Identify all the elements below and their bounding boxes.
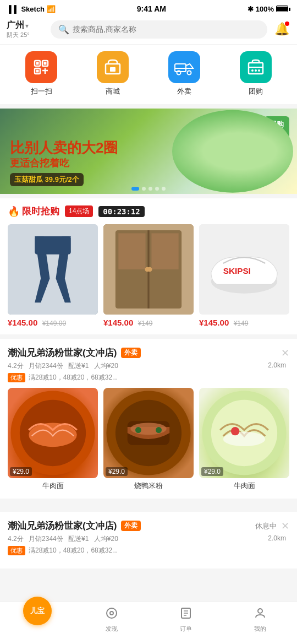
location-block[interactable]: 广州 ▾ 阴天 25° <box>7 20 45 39</box>
flash-countdown: 00:23:12 <box>98 206 144 217</box>
flash-sale-label: 🔥 限时抢购 <box>8 205 59 218</box>
category-delivery[interactable]: 外卖 <box>168 51 200 96</box>
header: 广州 ▾ 阴天 25° 🔍 🔔 <box>0 17 297 44</box>
dish-beef-noodle-1[interactable]: ¥29.0 牛肉面 <box>8 388 98 491</box>
dot-3 <box>148 187 152 191</box>
rest-name-1: 潮汕兄弟汤粉世家(文冲店) <box>8 347 117 359</box>
dish-img-3: ¥29.0 <box>199 388 289 478</box>
rest-header-1: 潮汕兄弟汤粉世家(文冲店) 外卖 ✕ <box>8 347 289 359</box>
svg-point-17 <box>255 69 257 72</box>
rest-distance-2: 2.0km <box>268 534 286 542</box>
delivery-icon-wrap <box>168 51 200 83</box>
nav-profile[interactable]: 我的 <box>223 607 297 633</box>
svg-point-42 <box>223 432 266 446</box>
flash-closet-image <box>103 224 194 315</box>
close-button-1[interactable]: ✕ <box>281 347 289 359</box>
svg-rect-5 <box>36 70 39 73</box>
flash-shoes-image: SKIPSI <box>199 224 289 315</box>
rest-info-2: 4.2分 月销2344份 配送¥1 人均¥20 2.0km <box>8 534 289 544</box>
rest-distance-1: 2.0km <box>268 361 286 369</box>
status-bar: ▌▌ Sketch 📶 9:41 AM ✱ 100% <box>0 0 297 17</box>
flash-sale-title: 限时抢购 <box>22 205 59 218</box>
dish-name-1: 牛肉面 <box>8 481 98 491</box>
rest-name-2: 潮汕兄弟汤粉世家(文冲店) <box>8 519 117 532</box>
restaurant-card-1[interactable]: 潮汕兄弟汤粉世家(文冲店) 外卖 ✕ 4.2分 月销2344份 配送¥1 人均¥… <box>0 339 297 499</box>
svg-rect-9 <box>110 67 116 72</box>
dish-name-2: 烧鸭米粉 <box>103 481 194 491</box>
svg-point-18 <box>258 69 260 72</box>
rest-sales-2: 月销2344份 <box>29 535 63 543</box>
dish-price-overlay-2: ¥29.0 <box>106 467 128 476</box>
dish-price-overlay-1: ¥29.0 <box>10 467 32 476</box>
dot-5 <box>162 187 166 191</box>
flash-items-list: ¥145.00 ¥149.00 ¥145.00 ¥149 <box>8 224 289 328</box>
svg-rect-14 <box>249 63 263 74</box>
restaurant-card-2[interactable]: 潮汕兄弟汤粉世家(文冲店) 外卖 休息中 ✕ 4.2分 月销2344份 配送¥1… <box>0 512 297 569</box>
dish-name-3: 牛肉面 <box>199 481 289 491</box>
chevron-down-icon: ▾ <box>25 22 29 30</box>
svg-point-43 <box>231 427 239 435</box>
weather-label: 阴天 25° <box>7 31 30 39</box>
main-banner[interactable]: 比别人卖的大2圈 更适合挖着吃 玉菇甜瓜 39.9元/2个 限购三件 <box>0 109 297 194</box>
nav-discover[interactable]: 发现 <box>74 607 148 633</box>
dish-beef-noodle-2[interactable]: ¥29.0 牛肉面 <box>199 388 289 491</box>
status-left: ▌▌ Sketch 📶 <box>9 5 56 13</box>
rest-status-2: 休息中 <box>255 521 277 531</box>
svg-point-27 <box>147 267 152 272</box>
rest-delivery-1: 配送¥1 <box>68 362 89 370</box>
home-button[interactable]: 儿宝 <box>23 597 52 625</box>
orders-icon <box>179 607 193 623</box>
svg-rect-24 <box>118 234 145 270</box>
svg-point-38 <box>135 427 141 433</box>
battery-label: 100% <box>256 5 274 13</box>
flash-item-pants[interactable]: ¥145.00 ¥149.00 <box>8 224 98 328</box>
svg-rect-4 <box>44 62 47 65</box>
mall-icon-wrap <box>97 51 129 83</box>
youhui-badge-1: 优惠 <box>8 373 25 382</box>
flash-shoes-price: ¥145.00 ¥149 <box>199 318 289 328</box>
rest-promo-2: 优惠 满28减10，48减20，68减32... <box>8 546 289 555</box>
promo-text-1: 满28减10，48减20，68减32... <box>29 373 118 382</box>
banner-title-line2: 更适合挖着吃 <box>10 156 118 170</box>
nav-home[interactable]: 儿宝 <box>0 607 74 633</box>
rest-title-row-1: 潮汕兄弟汤粉世家(文冲店) 外卖 <box>8 347 141 359</box>
flash-item-shoes[interactable]: SKIPSI ¥145.00 ¥149 <box>199 224 289 328</box>
rest-delivery-2: 配送¥1 <box>68 535 89 543</box>
search-icon: 🔍 <box>58 24 69 35</box>
delivery-label: 外卖 <box>177 86 191 96</box>
notification-bell[interactable]: 🔔 <box>273 20 290 38</box>
scan-label: 扫一扫 <box>31 86 52 96</box>
svg-rect-20 <box>35 236 71 255</box>
waimai-badge-1: 外卖 <box>121 348 141 358</box>
mall-label: 商城 <box>106 86 120 96</box>
dish-duck-rice-1[interactable]: ¥29.0 烧鸭米粉 <box>103 388 194 491</box>
category-group[interactable]: 团购 <box>240 51 272 96</box>
category-grid: 扫一扫 商城 外卖 <box>0 44 297 104</box>
category-mall[interactable]: 商城 <box>97 51 129 96</box>
svg-point-50 <box>258 609 262 613</box>
profile-icon <box>254 607 267 623</box>
category-scan[interactable]: 扫一扫 <box>25 51 57 96</box>
status-right: ✱ 100% <box>248 5 288 13</box>
rest-perperson-1: 人均¥20 <box>94 362 118 370</box>
flash-item-closet[interactable]: ¥145.00 ¥149 <box>103 224 194 328</box>
search-bar[interactable]: 🔍 <box>51 20 267 39</box>
flash-closet-price: ¥145.00 ¥149 <box>103 318 194 328</box>
dot-4 <box>155 187 159 191</box>
rest-title-row-2: 潮汕兄弟汤粉世家(文冲店) 外卖 <box>8 519 141 532</box>
svg-text:SKIPSI: SKIPSI <box>223 266 251 275</box>
svg-point-16 <box>251 69 254 72</box>
waimai-badge-2: 外卖 <box>121 521 141 531</box>
search-input[interactable] <box>73 25 260 34</box>
banner-price: 玉菇甜瓜 39.9元/2个 <box>10 173 84 186</box>
carrier-label: Sketch <box>21 5 45 13</box>
scan-icon-wrap <box>25 51 57 83</box>
nav-orders[interactable]: 订单 <box>148 607 223 633</box>
youhui-badge-2: 优惠 <box>8 546 25 555</box>
svg-rect-25 <box>151 234 178 270</box>
close-button-2[interactable]: ✕ <box>281 520 289 532</box>
bottom-navigation: 儿宝 发现 订单 我的 <box>0 602 297 644</box>
svg-point-39 <box>156 427 162 433</box>
signal-icon: ▌▌ <box>9 5 19 13</box>
dish-price-overlay-3: ¥29.0 <box>201 467 223 476</box>
